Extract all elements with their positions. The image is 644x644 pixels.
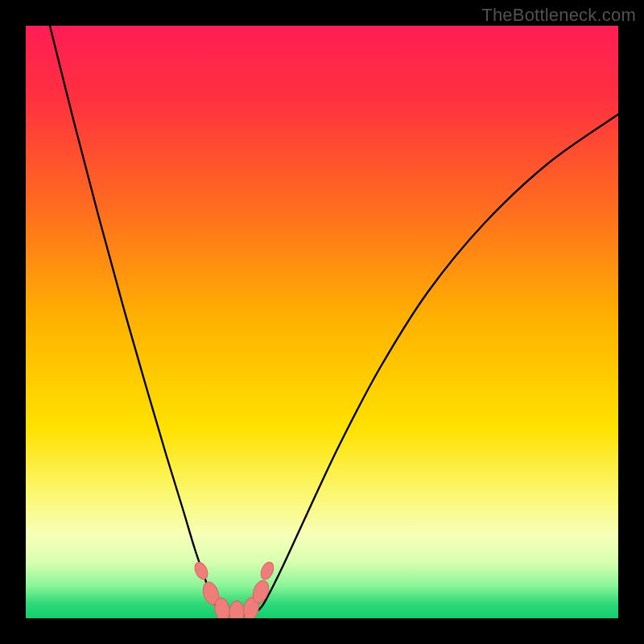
bottleneck-chart — [26, 26, 618, 618]
watermark-text: TheBottleneck.com — [481, 5, 636, 26]
chart-frame — [26, 26, 618, 618]
gradient-background — [26, 26, 618, 618]
